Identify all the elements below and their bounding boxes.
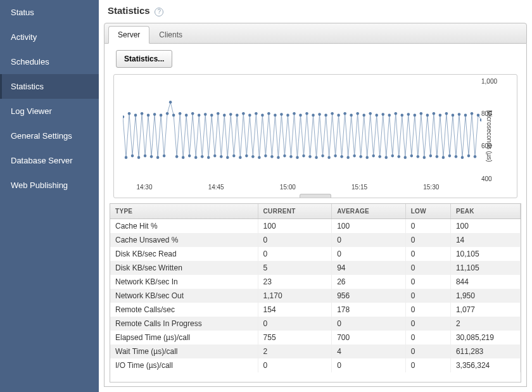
cell-low: 0 (405, 317, 450, 331)
svg-point-83 (384, 156, 388, 159)
cell-type: Remote Calls In Progress (110, 317, 258, 331)
sidebar-item-schedules[interactable]: Schedules (0, 49, 99, 74)
svg-point-0 (123, 115, 124, 118)
help-icon[interactable]: ? (155, 8, 163, 16)
cell-current: 100 (258, 218, 332, 233)
table-row[interactable]: Wait Time (µs)/call240611,283 (110, 345, 521, 358)
cell-average: 100 (332, 218, 406, 233)
sidebar-item-general-settings[interactable]: General Settings (0, 123, 99, 148)
cell-current: 5 (258, 261, 332, 275)
svg-point-14 (166, 112, 169, 115)
tab-server[interactable]: Server (108, 26, 149, 44)
svg-point-9 (150, 155, 153, 158)
svg-point-38 (242, 112, 245, 115)
table-row[interactable]: Network KB/sec In23260844 (110, 275, 521, 289)
svg-point-34 (229, 113, 232, 116)
stats-table: TYPECURRENTAVERAGELOWPEAK Cache Hit %100… (110, 204, 521, 372)
cell-peak: 11,105 (450, 261, 520, 275)
svg-point-29 (213, 154, 217, 157)
svg-point-55 (296, 156, 299, 159)
cell-peak: 1,950 (450, 289, 520, 303)
svg-point-10 (153, 113, 156, 116)
svg-point-23 (194, 156, 198, 159)
svg-point-46 (267, 112, 270, 115)
svg-point-56 (299, 113, 302, 117)
table-header-current[interactable]: CURRENT (258, 204, 332, 219)
main-panel: Statistics ? ServerClients Statistics...… (99, 0, 532, 392)
chart-plot-area (123, 81, 481, 179)
statistics-button[interactable]: Statistics... (116, 50, 172, 68)
svg-point-94 (420, 112, 423, 115)
svg-point-36 (236, 113, 239, 117)
svg-point-30 (217, 112, 220, 115)
svg-point-78 (369, 112, 372, 115)
svg-point-45 (264, 154, 267, 157)
table-header-low[interactable]: LOW (405, 204, 450, 219)
cell-type: Wait Time (µs)/call (110, 345, 258, 358)
svg-point-105 (455, 155, 458, 158)
svg-point-75 (359, 155, 362, 158)
cell-low: 0 (405, 233, 450, 247)
svg-point-18 (179, 112, 182, 115)
svg-point-73 (353, 154, 356, 157)
svg-point-42 (255, 112, 258, 115)
chart-x-tick: 15:15 (352, 184, 367, 191)
svg-point-84 (388, 113, 391, 117)
svg-point-87 (398, 155, 401, 158)
cell-current: 154 (258, 303, 332, 317)
svg-point-51 (283, 154, 286, 157)
cell-low: 0 (405, 345, 450, 358)
tab-clients[interactable]: Clients (149, 26, 192, 44)
table-header-peak[interactable]: PEAK (450, 204, 520, 219)
sidebar-item-database-server[interactable]: Database Server (0, 148, 99, 173)
svg-point-25 (201, 155, 204, 158)
cell-type: Remote Calls/sec (110, 303, 258, 317)
cell-average: 0 (332, 358, 406, 372)
svg-point-4 (134, 113, 137, 117)
chart: 4006008001,000 Microseconds (µs) 14:3014… (113, 74, 517, 198)
svg-point-11 (156, 156, 160, 159)
svg-point-88 (401, 113, 404, 117)
resize-grip[interactable] (300, 194, 331, 198)
svg-point-90 (407, 113, 410, 116)
cell-peak: 1,077 (450, 303, 520, 317)
table-row[interactable]: I/O Time (µs)/call0003,356,324 (110, 358, 521, 372)
cell-low: 0 (405, 303, 450, 317)
cell-peak: 10,105 (450, 247, 520, 261)
table-row[interactable]: Network KB/sec Out1,17095601,950 (110, 289, 521, 303)
cell-type: I/O Time (µs)/call (110, 358, 258, 372)
table-header-type[interactable]: TYPE (110, 204, 258, 219)
sidebar-item-status[interactable]: Status (0, 0, 99, 25)
table-body: Cache Hit %1001000100Cache Unsaved %0001… (110, 218, 521, 372)
cell-current: 1,170 (258, 289, 332, 303)
svg-point-1 (125, 156, 128, 159)
sidebar-item-activity[interactable]: Activity (0, 25, 99, 49)
table-row[interactable]: Disk KB/sec Written594011,105 (110, 261, 521, 275)
cell-current: 0 (258, 317, 332, 331)
svg-point-40 (248, 113, 251, 117)
table-row[interactable]: Remote Calls In Progress0002 (110, 317, 521, 331)
table-row[interactable]: Elapsed Time (µs)/call755700030,085,219 (110, 331, 521, 345)
chart-x-tick: 15:00 (280, 184, 296, 191)
sidebar: StatusActivitySchedulesStatisticsLog Vie… (0, 0, 99, 392)
cell-peak: 30,085,219 (450, 331, 520, 345)
table-row[interactable]: Cache Unsaved %00014 (110, 233, 521, 247)
table-header-average[interactable]: AVERAGE (332, 204, 406, 219)
table-row[interactable]: Remote Calls/sec15417801,077 (110, 303, 521, 317)
sidebar-item-web-publishing[interactable]: Web Publishing (0, 173, 99, 198)
cell-low: 0 (405, 247, 450, 261)
svg-point-80 (375, 113, 378, 117)
cell-current: 0 (258, 358, 332, 372)
chart-svg (123, 81, 481, 179)
cell-type: Disk KB/sec Read (110, 247, 258, 261)
cell-average: 700 (332, 331, 406, 345)
table-row[interactable]: Disk KB/sec Read00010,105 (110, 247, 521, 261)
svg-point-66 (331, 112, 334, 115)
sidebar-item-log-viewer[interactable]: Log Viewer (0, 99, 99, 123)
table-row[interactable]: Cache Hit %1001000100 (110, 218, 521, 233)
svg-point-68 (337, 113, 340, 117)
chart-x-axis: 14:3014:4515:0015:1515:30 (123, 184, 481, 194)
svg-point-53 (289, 155, 293, 158)
sidebar-item-statistics[interactable]: Statistics (0, 74, 99, 99)
cell-type: Network KB/sec Out (110, 289, 258, 303)
